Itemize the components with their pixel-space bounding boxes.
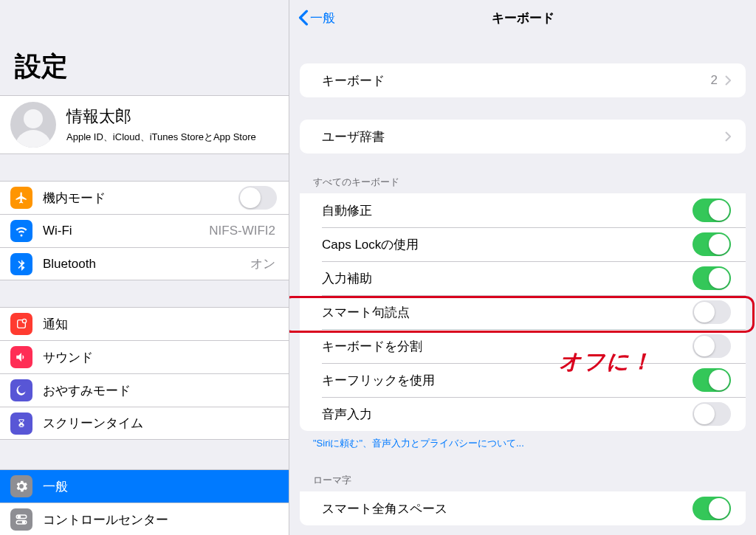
sidebar-item-screentime[interactable]: スクリーンタイム: [0, 407, 289, 440]
cell-label: 通知: [43, 316, 277, 333]
section-romaji: ローマ字 スマート全角スペース: [289, 474, 756, 525]
cell-label: 機内モード: [43, 190, 238, 207]
split-toggle[interactable]: [693, 334, 731, 358]
keyboards-count: 2: [711, 73, 718, 88]
detail-panel: 一般 キーボード キーボード 2 ユーザ辞書 すべてのキーボード 自動修正: [289, 0, 756, 535]
row-capslock: Caps Lockの使用: [300, 227, 746, 261]
bt-value: オン: [250, 255, 275, 272]
cell-label: Wi-Fi: [43, 224, 209, 238]
navbar: 一般 キーボード: [289, 0, 756, 35]
cell-label: コントロールセンター: [43, 511, 277, 528]
profile-row[interactable]: 情報太郎 Apple ID、iCloud、iTunes StoreとApp St…: [0, 95, 289, 154]
row-label: 入力補助: [322, 270, 693, 287]
annotation-text: オフに！: [559, 347, 653, 377]
autocorrect-toggle[interactable]: [693, 199, 731, 222]
moon-icon: [10, 379, 32, 401]
settings-sidebar: 設定 情報太郎 Apple ID、iCloud、iTunes StoreとApp…: [0, 0, 289, 535]
row-assist: 入力補助: [300, 261, 746, 295]
airplane-icon: [10, 187, 32, 209]
cell-label: おやすみモード: [43, 382, 277, 399]
cell-label: サウンド: [43, 349, 277, 366]
chevron-left-icon: [298, 10, 309, 26]
wifi-value: NIFS-WIFI2: [209, 224, 275, 238]
row-split-keyboard: キーボードを分割: [300, 329, 746, 363]
sidebar-item-sound[interactable]: サウンド: [0, 340, 289, 373]
chevron-right-icon: [725, 131, 731, 142]
sidebar-item-general[interactable]: 一般: [0, 469, 289, 503]
sidebar-group-connectivity: 機内モード Wi-Fi NIFS-WIFI2 Bluetooth オン: [0, 181, 289, 280]
profile-sub: Apple ID、iCloud、iTunes StoreとApp Store: [66, 131, 256, 144]
sidebar-item-wifi[interactable]: Wi-Fi NIFS-WIFI2: [0, 214, 289, 247]
sidebar-group-general: 一般 コントロールセンター A 画面表示と明るさ: [0, 469, 289, 535]
row-smart-fullwidth-space: スマート全角スペース: [300, 491, 746, 525]
wifi-icon: [10, 220, 32, 242]
row-dictation: 音声入力: [300, 397, 746, 431]
row-autocorrect: 自動修正: [300, 193, 746, 227]
bluetooth-icon: [10, 253, 32, 275]
settings-title: 設定: [0, 0, 289, 95]
cell-label: 一般: [43, 478, 277, 495]
nav-title: キーボード: [492, 10, 554, 27]
row-label: Caps Lockの使用: [322, 236, 693, 253]
sound-icon: [10, 346, 32, 368]
gear-icon: [10, 475, 32, 497]
smartpunct-toggle[interactable]: [693, 300, 731, 324]
row-label: 自動修正: [322, 202, 693, 219]
cell-label: Bluetooth: [43, 257, 250, 272]
row-userdict[interactable]: ユーザ辞書: [300, 120, 746, 153]
profile-name: 情報太郎: [66, 106, 256, 128]
sidebar-item-notifications[interactable]: 通知: [0, 307, 289, 340]
capslock-toggle[interactable]: [693, 232, 731, 256]
row-label: スマート全角スペース: [322, 500, 693, 517]
section-header: すべてのキーボード: [289, 176, 756, 193]
switches-icon: [10, 508, 32, 531]
airplane-toggle[interactable]: [238, 186, 277, 210]
sidebar-item-dnd[interactable]: おやすみモード: [0, 373, 289, 407]
svg-point-1: [22, 319, 26, 322]
row-key-flick: キーフリックを使用: [300, 363, 746, 397]
row-label: スマート句読点: [322, 304, 693, 321]
chevron-right-icon: [725, 75, 731, 86]
section-header: ローマ字: [289, 474, 756, 491]
section-all-keyboards: すべてのキーボード 自動修正 Caps Lockの使用 入力補助 スマート句読点…: [289, 176, 756, 452]
section-userdict: ユーザ辞書: [289, 120, 756, 153]
cell-label: スクリーンタイム: [43, 415, 277, 432]
sidebar-item-airplane[interactable]: 機内モード: [0, 181, 289, 214]
back-label: 一般: [310, 10, 335, 27]
detail-content[interactable]: キーボード 2 ユーザ辞書 すべてのキーボード 自動修正 Caps Lockの使…: [289, 35, 756, 535]
romaji-toggle[interactable]: [693, 497, 731, 520]
section-keyboards: キーボード 2: [289, 63, 756, 97]
svg-point-5: [23, 521, 25, 523]
dictation-toggle[interactable]: [693, 402, 731, 426]
siri-privacy-link[interactable]: "Siriに頼む"、音声入力とプライバシーについて...: [289, 431, 756, 452]
flick-toggle[interactable]: [693, 368, 731, 392]
row-smart-punctuation: スマート句読点: [300, 295, 746, 329]
assist-toggle[interactable]: [693, 266, 731, 290]
sidebar-group-alerts: 通知 サウンド おやすみモード スクリーンタイム: [0, 307, 289, 440]
row-label: ユーザ辞書: [322, 128, 725, 145]
notifications-icon: [10, 313, 32, 335]
avatar-icon: [10, 102, 56, 148]
sidebar-item-control-center[interactable]: コントロールセンター: [0, 503, 289, 535]
row-keyboards[interactable]: キーボード 2: [300, 63, 746, 97]
row-label: 音声入力: [322, 406, 693, 423]
row-label: キーボード: [322, 72, 711, 89]
hourglass-icon: [10, 413, 32, 435]
back-button[interactable]: 一般: [298, 10, 335, 27]
sidebar-item-bluetooth[interactable]: Bluetooth オン: [0, 247, 289, 280]
svg-point-3: [18, 516, 21, 518]
